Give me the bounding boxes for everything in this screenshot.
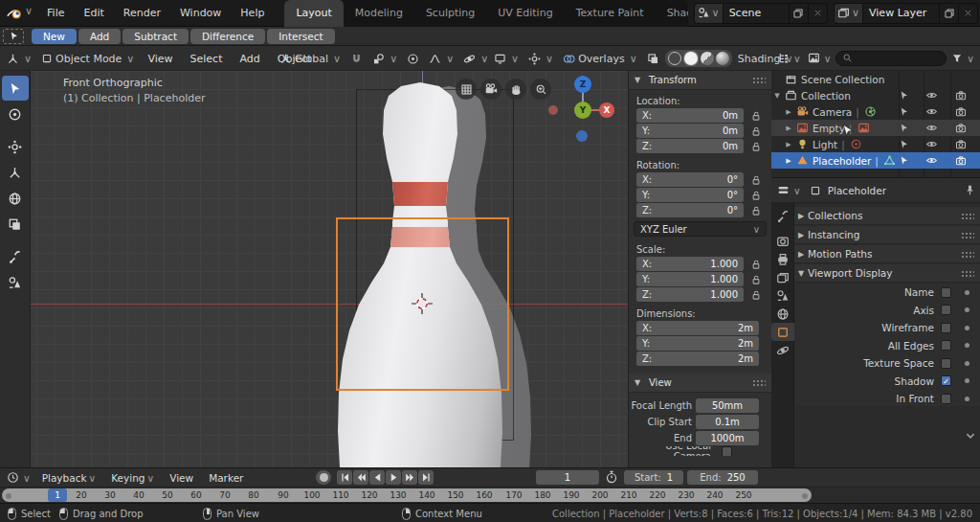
panel-drag-dots[interactable]	[961, 232, 974, 238]
shading-dropdown[interactable]: Shading∨	[734, 51, 797, 67]
gizmo-z-axis[interactable]: Z	[574, 76, 591, 93]
panel-drag-dots[interactable]	[961, 251, 974, 258]
expand-arrow-icon[interactable]: ▶	[783, 141, 794, 148]
transform-panel-header[interactable]: ▼Transform	[629, 71, 771, 90]
outliner-row-scene-collection[interactable]: Scene Collection	[771, 71, 980, 87]
outliner-row-empty[interactable]: ▶ Empty|	[771, 120, 980, 136]
scene-icon[interactable]: ∨	[694, 3, 723, 24]
gizmo-y-axis[interactable]: Y	[574, 102, 591, 119]
jump-to-end-button[interactable]	[418, 470, 434, 485]
tab-texture-paint[interactable]: Texture Paint	[565, 0, 656, 27]
xray-toggle-icon[interactable]	[643, 51, 663, 67]
render-camera-icon[interactable]	[955, 106, 967, 118]
scale-y-field[interactable]: Y:1.000	[636, 272, 744, 286]
texture-space-checkbox[interactable]	[941, 358, 951, 369]
editor-type-3d-icon[interactable]: ∨	[3, 51, 35, 67]
select-mode-subtract-button[interactable]: Subtract	[122, 29, 189, 44]
tab-shading[interactable]: Shading	[656, 0, 688, 27]
in-front-checkbox[interactable]	[941, 394, 951, 404]
proportional-editing-icon[interactable]	[403, 51, 423, 67]
outliner-row-placeholder[interactable]: ▶ Placeholder|	[771, 152, 980, 169]
rotation-x-field[interactable]: X:0°	[636, 172, 744, 187]
active-tool-icon[interactable]	[3, 29, 24, 44]
panel-drag-dots[interactable]	[752, 379, 766, 386]
play-button[interactable]	[386, 470, 401, 485]
tab-modeling[interactable]: Modeling	[344, 0, 414, 27]
lock-icon[interactable]	[750, 141, 762, 152]
expand-arrow-icon[interactable]: ▶	[783, 125, 794, 132]
dimensions-z-field[interactable]: Z:2m	[636, 352, 759, 366]
overlays-dropdown[interactable]: Overlays∨	[559, 51, 641, 67]
tab-scene[interactable]	[771, 286, 794, 305]
select-mode-intersect-button[interactable]: Intersect	[267, 29, 334, 44]
location-x-field[interactable]: X:0m	[636, 108, 744, 123]
outliner-display-mode-icon[interactable]: ∨	[806, 51, 834, 65]
rotation-mode-dropdown[interactable]: XYZ Euler∨	[634, 221, 767, 237]
menu-render[interactable]: Render	[115, 4, 169, 22]
panel-drag-dots[interactable]	[961, 270, 974, 277]
view-panel-header[interactable]: ▼View	[629, 374, 771, 393]
shading-wireframe-icon[interactable]	[668, 52, 681, 65]
transform-tool[interactable]	[2, 134, 29, 159]
view-layer-copy-icon[interactable]	[940, 3, 959, 24]
lock-icon[interactable]	[750, 174, 762, 186]
tab-output[interactable]	[771, 250, 794, 268]
selectable-toggle-icon[interactable]	[899, 139, 909, 149]
render-camera-icon[interactable]	[955, 123, 967, 134]
menu-window[interactable]: Window	[171, 4, 230, 22]
tab-tool[interactable]	[771, 207, 794, 225]
tab-object[interactable]	[771, 323, 794, 341]
animate-dot[interactable]	[965, 343, 969, 348]
menu-file[interactable]: File	[38, 4, 73, 22]
frame-end-field[interactable]: End:250	[687, 470, 758, 485]
tab-render[interactable]	[771, 232, 794, 250]
shadow-checkbox[interactable]: ✓	[941, 375, 951, 386]
select-mode-new-button[interactable]: New	[32, 29, 77, 44]
selectable-toggle-icon[interactable]	[899, 123, 909, 133]
view-layer-icon[interactable]: ∨	[834, 3, 862, 24]
transform-orientation-dropdown[interactable]: Global∨	[276, 51, 345, 67]
expand-arrow-icon[interactable]: ▼	[771, 92, 783, 100]
auto-keying-record-button[interactable]	[316, 470, 331, 485]
play-reverse-button[interactable]	[369, 470, 385, 485]
animate-dot[interactable]	[965, 361, 969, 366]
timeline-menu-playback[interactable]: Playback∨	[34, 470, 104, 486]
selectable-toggle-icon[interactable]	[899, 90, 909, 101]
visibility-eye-icon[interactable]	[925, 122, 938, 134]
render-camera-icon[interactable]	[955, 155, 967, 167]
outliner-row-light[interactable]: ▶ Light|	[771, 136, 980, 152]
tab-physics[interactable]	[771, 341, 794, 359]
lock-icon[interactable]	[750, 110, 762, 122]
axis-checkbox[interactable]	[941, 305, 951, 315]
tab-view-layer[interactable]	[771, 268, 794, 286]
gizmo-x-axis[interactable]: X	[599, 102, 614, 118]
timeline-menu-view[interactable]: View	[162, 470, 201, 486]
tab-layout[interactable]: Layout	[284, 0, 343, 27]
scale-x-field[interactable]: X:1.000	[636, 257, 744, 271]
lock-icon[interactable]	[750, 125, 762, 137]
scene-name[interactable]: Scene	[723, 3, 790, 24]
lock-icon[interactable]	[750, 190, 762, 201]
tab-uv-editing[interactable]: UV Editing	[486, 0, 564, 27]
selectable-toggle-icon[interactable]	[899, 106, 909, 117]
rotation-z-field[interactable]: Z:0°	[636, 203, 744, 217]
rotate-tool[interactable]	[2, 186, 29, 211]
current-frame-field[interactable]: 1	[536, 470, 599, 485]
visibility-eye-icon[interactable]	[925, 138, 938, 150]
panel-overflow-chevron-icon[interactable]	[965, 429, 976, 442]
move-tool[interactable]	[2, 160, 29, 185]
viewport-3d[interactable]: ∨ Object Mode∨ View Select Add Object Gl…	[0, 46, 771, 467]
location-z-field[interactable]: Z:0m	[636, 139, 744, 153]
animate-dot[interactable]	[965, 307, 969, 312]
shading-rendered-icon[interactable]	[716, 52, 729, 65]
clip-end-field[interactable]: 1000m	[696, 431, 759, 445]
lock-icon[interactable]	[750, 289, 762, 301]
expand-arrow-icon[interactable]: ▶	[783, 157, 794, 165]
menu-help[interactable]: Help	[232, 4, 273, 22]
view-layer-remove-icon[interactable]	[959, 3, 978, 24]
lock-icon[interactable]	[750, 259, 762, 270]
zoom-view-icon[interactable]	[530, 79, 551, 100]
jump-to-start-button[interactable]	[337, 470, 352, 485]
measure-tool[interactable]	[2, 270, 29, 295]
shading-solid-icon[interactable]	[683, 51, 699, 66]
